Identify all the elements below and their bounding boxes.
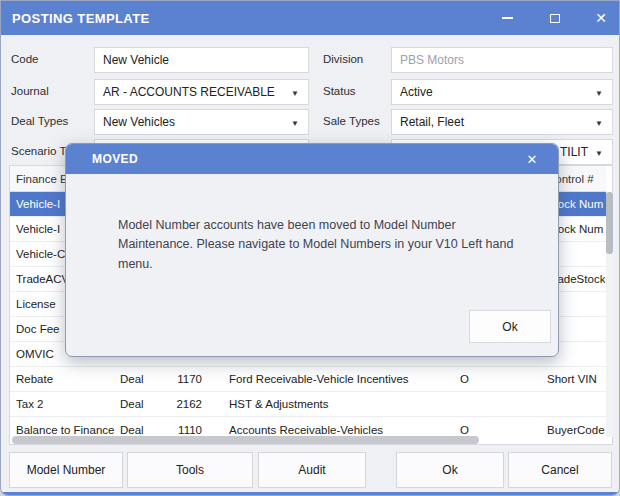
- status-value: Active: [400, 85, 433, 99]
- cell-element: Tax 2: [16, 392, 118, 416]
- vertical-scrollbar[interactable]: [606, 192, 613, 437]
- minimize-icon: [502, 17, 513, 19]
- status-label: Status: [323, 85, 356, 97]
- model-number-button[interactable]: Model Number: [9, 452, 123, 488]
- titlebar: POSTING TEMPLATE: [1, 1, 620, 35]
- cell-type: Deal: [120, 392, 160, 416]
- minimize-button[interactable]: [492, 1, 522, 35]
- scenario-value-fragment: TILIT: [560, 145, 588, 159]
- moved-dialog-title: MOVED: [66, 152, 138, 166]
- window-bottom-border: [1, 492, 620, 496]
- cell-description: HST & Adjustments: [229, 392, 457, 416]
- cancel-button[interactable]: Cancel: [508, 452, 612, 488]
- journal-label: Journal: [11, 85, 49, 97]
- cell-control: BuyerCode: [547, 417, 605, 442]
- tools-button[interactable]: Tools: [127, 452, 253, 488]
- cell-description: Ford Receivable-Vehicle Incentives: [229, 367, 457, 391]
- vertical-scrollbar-thumb[interactable]: [606, 192, 613, 254]
- cell-flag: [460, 392, 476, 416]
- chevron-down-icon: ▼: [291, 89, 299, 98]
- chevron-down-icon: ▼: [291, 119, 299, 128]
- journal-select[interactable]: AR - ACCOUNTS RECEIVABLE ▼: [94, 79, 309, 105]
- horizontal-scrollbar-thumb[interactable]: [12, 436, 479, 444]
- code-input[interactable]: New Vehicle: [94, 47, 309, 73]
- status-select[interactable]: Active ▼: [391, 79, 613, 105]
- posting-template-window: POSTING TEMPLATE ✕ Code New Vehicle Divi…: [0, 0, 620, 496]
- division-label: Division: [323, 53, 363, 65]
- moved-dialog-close-button[interactable]: ✕: [518, 144, 546, 174]
- audit-button[interactable]: Audit: [258, 452, 366, 488]
- table-row[interactable]: Rebate Deal 1170 Ford Receivable-Vehicle…: [10, 367, 606, 392]
- cell-account: 1170: [160, 367, 202, 391]
- moved-dialog-titlebar: MOVED: [66, 144, 558, 174]
- window-title: POSTING TEMPLATE: [1, 11, 150, 26]
- division-value: PBS Motors: [400, 53, 464, 67]
- close-icon: ✕: [527, 152, 538, 167]
- maximize-icon: [550, 14, 560, 23]
- cell-type: Deal: [120, 367, 160, 391]
- ok-button[interactable]: Ok: [396, 452, 504, 488]
- code-value: New Vehicle: [103, 53, 169, 67]
- deal-types-select[interactable]: New Vehicles ▼: [94, 109, 309, 135]
- deal-types-value: New Vehicles: [103, 115, 175, 129]
- chevron-down-icon: ▼: [595, 119, 603, 128]
- moved-dialog-message: Model Number accounts have been moved to…: [118, 216, 516, 274]
- sale-types-value: Retail, Fleet: [400, 115, 464, 129]
- table-row[interactable]: Tax 2 Deal 2162 HST & Adjustments: [10, 392, 606, 417]
- chevron-down-icon: ▼: [595, 149, 603, 158]
- deal-types-label: Deal Types: [11, 115, 68, 127]
- close-icon: ✕: [595, 11, 607, 25]
- cell-control: [547, 392, 605, 416]
- maximize-button[interactable]: [540, 1, 570, 35]
- code-label: Code: [11, 53, 39, 65]
- sale-types-label: Sale Types: [323, 115, 380, 127]
- cell-element: Rebate: [16, 367, 118, 391]
- chevron-down-icon: ▼: [595, 89, 603, 98]
- scenario-label: Scenario T: [11, 145, 66, 157]
- sale-types-select[interactable]: Retail, Fleet ▼: [391, 109, 613, 135]
- moved-dialog: MOVED ✕ Model Number accounts have been …: [65, 143, 559, 357]
- cell-flag: O: [460, 367, 476, 391]
- division-input: PBS Motors: [391, 47, 613, 73]
- cell-control: Short VIN: [547, 367, 605, 391]
- cell-account: 2162: [160, 392, 202, 416]
- moved-dialog-ok-button[interactable]: Ok: [469, 310, 551, 343]
- journal-value: AR - ACCOUNTS RECEIVABLE: [103, 85, 275, 99]
- close-button[interactable]: ✕: [586, 1, 616, 35]
